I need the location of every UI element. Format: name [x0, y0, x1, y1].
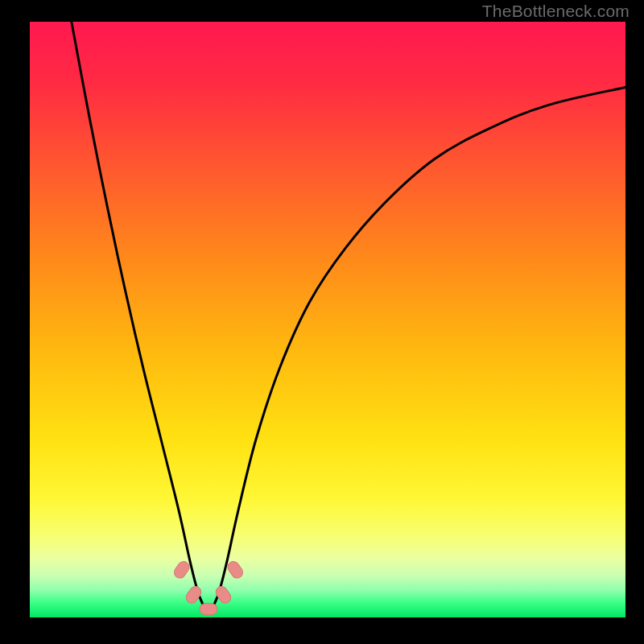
curve-layer: [30, 22, 625, 617]
curve-marker: [184, 584, 203, 605]
curve-marker: [225, 559, 245, 580]
watermark-text: TheBottleneck.com: [482, 2, 630, 21]
curve-markers: [172, 559, 246, 615]
plot-area: [30, 22, 625, 617]
curve-marker: [172, 559, 192, 580]
curve-marker: [213, 584, 233, 605]
chart-frame: TheBottleneck.com: [0, 0, 644, 644]
curve-marker: [200, 604, 217, 615]
bottleneck-curve: [72, 22, 625, 610]
